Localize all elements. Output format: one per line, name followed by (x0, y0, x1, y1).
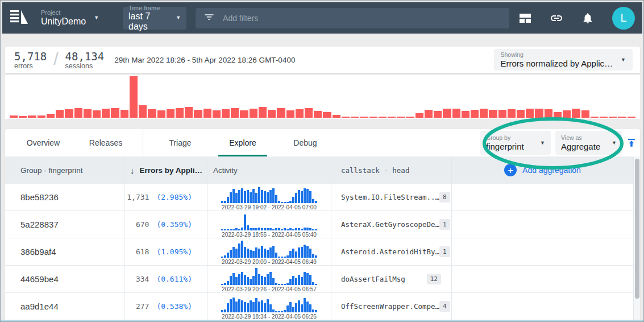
fingerprint-value[interactable]: 8be58236 (20, 192, 59, 202)
table-row[interactable]: 44659be4 334(0.611%) 2022-03-29 20:26 - … (5, 266, 633, 293)
view-as-label: View as (561, 134, 600, 141)
activity-date-range: 2022-03-29 18:55 - 2022-04-05 05:40 (222, 232, 317, 238)
error-count: 670 (136, 220, 149, 229)
callstack-head[interactable]: OffScreenWrapper.Compe… (341, 302, 439, 311)
group-by-selector[interactable]: Group by fingerprint ▼ (480, 131, 551, 155)
table-scrollbar-track (633, 156, 640, 320)
stat-divider: / (53, 49, 58, 69)
errors-stat: 5,718 errors (14, 50, 47, 70)
filter-icon (203, 11, 215, 25)
project-selector[interactable]: Project UnityDemo ▼ (41, 9, 99, 27)
callstack-count-badge: 1 (439, 219, 450, 230)
column-header-activity[interactable]: Activity (213, 166, 238, 175)
view-as-selector[interactable]: View as Aggregate ▼ (555, 131, 622, 155)
fingerprint-value[interactable]: 386b9af4 (20, 247, 56, 257)
table-row[interactable]: 5a228837 670(0.359%) 2022-03-29 18:55 - … (5, 211, 633, 238)
add-filters-input[interactable]: Add filters (196, 8, 509, 28)
error-percent: (1.095%) (156, 247, 192, 256)
sessions-stat: 48,134 sessions (65, 50, 105, 70)
table-scrollbar-thumb[interactable] (635, 159, 639, 299)
sessions-label: sessions (65, 62, 105, 70)
errors-histogram[interactable] (10, 76, 635, 118)
activity-sparkline[interactable]: 2022-03-29 20:26 - 2022-04-05 06:57 (221, 266, 317, 292)
showing-label: Showing (501, 51, 613, 58)
top-navigation-bar: Project UnityDemo ▼ Time frame last 7 da… (2, 2, 642, 34)
timeframe-value: last 7 days (128, 11, 170, 32)
activity-sparkline[interactable]: 2022-03-29 19:02 - 2022-04-05 07:00 (221, 184, 317, 210)
chevron-down-icon: ▼ (94, 15, 99, 20)
timeframe-label: Time frame (128, 5, 170, 11)
window-bottom-edge (1, 320, 643, 321)
error-percent: (2.985%) (156, 193, 192, 201)
error-count: 1,731 (127, 193, 149, 201)
group-by-value: fingerprint (486, 142, 524, 151)
view-as-value: Aggregate (561, 142, 600, 151)
notifications-bell-icon[interactable] (581, 11, 595, 25)
chevron-down-icon: ▼ (606, 141, 617, 146)
showing-selector[interactable]: Showing Errors normalized by Applic… ▼ (494, 49, 633, 71)
plus-icon: + (504, 164, 517, 176)
app-window: Project UnityDemo ▼ Time frame last 7 da… (0, 0, 644, 322)
project-value: UnityDemo (41, 16, 86, 27)
fingerprint-value[interactable]: aa9d1e44 (20, 302, 59, 311)
add-aggregation-label: Add aggregation (522, 166, 581, 175)
activity-date-range: 2022-03-29 20:00 - 2022-04-05 06:49 (222, 259, 317, 265)
error-percent: (0.538%) (156, 302, 192, 311)
activity-sparkline[interactable]: 2022-03-29 18:55 - 2022-04-05 05:40 (221, 212, 317, 238)
chevron-down-icon: ▼ (176, 15, 181, 20)
chevron-down-icon: ▼ (534, 141, 545, 146)
collapse-to-top-icon[interactable] (626, 138, 637, 148)
tab-explore[interactable]: Explore (211, 129, 274, 156)
callstack-head[interactable]: System.IO.FileStream..… (341, 193, 439, 201)
table-row[interactable]: 8be58236 1,731(2.985%) 2022-03-29 19:02 … (5, 184, 633, 211)
activity-date-range: 2022-03-29 18:34 - 2022-04-05 06:25 (222, 313, 317, 320)
dashboard-layout-icon[interactable] (518, 11, 532, 25)
error-percent: (0.611%) (156, 275, 192, 283)
error-count: 334 (136, 275, 149, 283)
sessions-count: 48,134 (65, 50, 105, 63)
backtrace-logo-icon (10, 9, 30, 28)
callstack-head[interactable]: AsteraX.GetGyroscopeDe… (341, 220, 439, 229)
tab-debug[interactable]: Debug (274, 129, 336, 156)
summary-bar: 5,718 errors / 48,134 sessions 29th Mar … (5, 47, 640, 73)
column-header-group[interactable]: Group - fingerprint (20, 166, 83, 175)
column-header-errors[interactable]: Errors by Appli… (140, 166, 203, 175)
column-header-callstack[interactable]: callstack - head (341, 166, 409, 175)
callstack-count-badge: 1 (439, 246, 450, 257)
group-by-label: Group by (486, 134, 524, 141)
table-row[interactable]: aa9d1e44 277(0.538%) 2022-03-29 18:34 - … (5, 293, 633, 320)
error-count: 277 (136, 302, 149, 311)
tab-divider (143, 129, 143, 156)
activity-sparkline[interactable]: 2022-03-29 20:00 - 2022-04-05 06:49 (221, 239, 317, 265)
callstack-count-badge: 8 (439, 192, 450, 203)
fingerprint-value[interactable]: 5a228837 (20, 220, 59, 229)
tab-bar: Overview Releases Triage Explore Debug G… (5, 129, 640, 156)
tab-triage[interactable]: Triage (149, 129, 211, 156)
error-percent: (0.359%) (156, 220, 192, 229)
add-aggregation-button[interactable]: + Add aggregation (504, 164, 581, 176)
errors-histogram-card (5, 75, 640, 119)
callstack-head[interactable]: Asteroid.AsteroidHitBy… (341, 247, 439, 256)
explore-panel: Overview Releases Triage Explore Debug G… (5, 129, 640, 320)
sort-descending-icon: ↓ (130, 166, 135, 175)
tab-overview[interactable]: Overview (12, 129, 74, 156)
fingerprint-value[interactable]: 44659be4 (20, 274, 59, 284)
share-link-icon[interactable] (550, 11, 563, 25)
errors-label: errors (14, 62, 47, 70)
chevron-down-icon: ▼ (621, 57, 626, 63)
activity-sparkline[interactable]: 2022-03-29 18:34 - 2022-04-05 06:25 (221, 294, 317, 320)
callstack-head[interactable]: doAssertFailMsg (341, 275, 405, 283)
add-filters-placeholder: Add filters (223, 14, 258, 23)
activity-date-range: 2022-03-29 19:02 - 2022-04-05 07:00 (222, 204, 317, 210)
tab-releases[interactable]: Releases (74, 129, 137, 156)
error-count: 618 (136, 247, 149, 256)
user-avatar[interactable]: L (612, 7, 635, 30)
errors-count: 5,718 (14, 50, 47, 63)
showing-value: Errors normalized by Applic… (501, 59, 613, 68)
project-label: Project (41, 9, 86, 16)
timeframe-selector[interactable]: Time frame last 7 days ▼ (123, 7, 186, 30)
table-header-row: Group - fingerprint ↓ Errors by Appli… A… (5, 156, 633, 184)
date-range-text: 29th Mar 2022 18:26 - 5th Apr 2022 18:26… (114, 56, 295, 64)
callstack-count-badge: 4 (439, 301, 450, 312)
table-row[interactable]: 386b9af4 618(1.095%) 2022-03-29 20:00 - … (5, 238, 633, 266)
